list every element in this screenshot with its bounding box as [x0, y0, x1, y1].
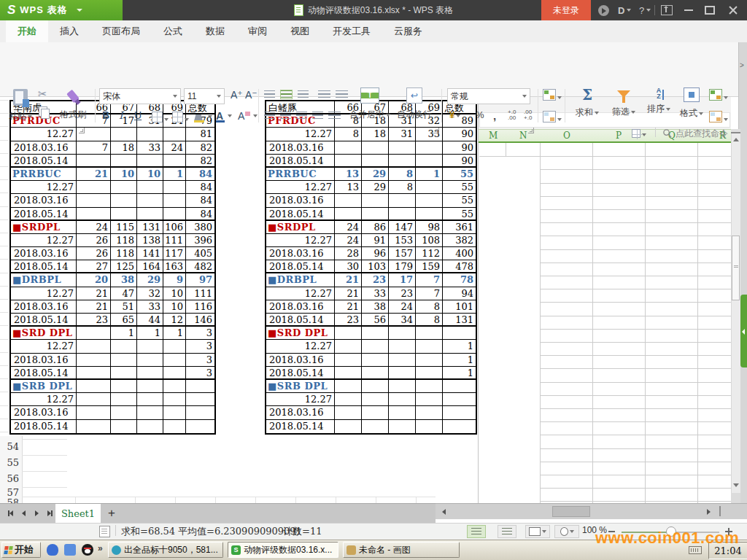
cell[interactable] [443, 380, 476, 393]
scroll-left-button[interactable] [438, 506, 449, 517]
cell[interactable]: 159 [416, 260, 443, 273]
cell[interactable] [163, 340, 186, 353]
row-label[interactable]: PRRBUC [11, 168, 77, 181]
cell[interactable]: 118 [111, 247, 137, 260]
taskbar-task-1[interactable]: 出全品标十9050，581... [108, 542, 223, 558]
scroll-right-button[interactable] [703, 506, 714, 517]
row-label[interactable]: 2018.05.14 [11, 155, 77, 168]
cell[interactable] [335, 354, 362, 367]
cell[interactable] [163, 380, 186, 393]
cell[interactable]: 103 [362, 260, 389, 273]
cell[interactable] [111, 155, 137, 168]
cell[interactable] [416, 181, 443, 194]
row-label[interactable]: ■SRD DPL [266, 327, 335, 340]
cell[interactable]: 21 [335, 273, 362, 287]
cell[interactable] [137, 340, 163, 353]
increase-indent-button[interactable] [336, 90, 348, 98]
cell[interactable] [111, 367, 137, 380]
cell[interactable]: 23 [362, 273, 389, 287]
cell[interactable]: 146 [186, 314, 214, 327]
cell[interactable]: 26 [77, 247, 111, 260]
cell[interactable] [77, 406, 111, 419]
reading-view-button[interactable] [525, 525, 550, 538]
cell[interactable]: 21 [335, 287, 362, 300]
ribbon-tab-开始[interactable]: 开始 [6, 20, 48, 42]
cell[interactable]: 78 [443, 273, 476, 287]
row-label[interactable]: PRRBUC [266, 168, 335, 181]
row-label[interactable]: 12.27 [11, 234, 77, 247]
fill-color-button[interactable] [194, 111, 203, 124]
cell[interactable]: 56 [362, 314, 389, 327]
cell[interactable] [186, 380, 214, 393]
ribbon-tab-开发工具[interactable]: 开发工具 [321, 20, 382, 42]
cell[interactable] [335, 393, 362, 406]
row-label[interactable]: 12.27 [11, 393, 77, 406]
cell[interactable]: 396 [186, 234, 214, 247]
cell[interactable]: 10 [137, 168, 163, 181]
cell[interactable]: 131 [443, 314, 476, 327]
row-label[interactable]: 12.27 [266, 340, 335, 353]
vertical-scrollbar[interactable] [731, 129, 740, 493]
row-label[interactable]: 2018.05.14 [266, 260, 335, 273]
cell[interactable] [362, 393, 389, 406]
cell[interactable]: 147 [389, 221, 416, 234]
cell[interactable]: 18 [111, 141, 137, 155]
cell[interactable]: 10 [111, 168, 137, 181]
cell[interactable] [443, 327, 476, 340]
docer-button[interactable]: D [618, 0, 631, 20]
cell[interactable]: 90 [443, 128, 476, 141]
cell[interactable]: 13 [335, 181, 362, 194]
vertical-scroll-thumb[interactable] [732, 236, 740, 300]
add-sheet-button[interactable]: + [108, 504, 115, 523]
cell[interactable]: 482 [186, 260, 214, 273]
cell[interactable] [389, 420, 416, 433]
row-label[interactable]: 2018.05.14 [266, 420, 335, 433]
cell[interactable] [111, 420, 137, 433]
increase-font-button[interactable]: A⁺ [231, 89, 243, 101]
row-label[interactable]: ■SRDPL [11, 221, 77, 234]
cell[interactable] [111, 208, 137, 221]
increase-decimal-button[interactable]: +.0.00 [508, 109, 516, 121]
format-button[interactable]: 格式 [676, 88, 708, 120]
cell[interactable] [163, 208, 186, 221]
app-menu-button[interactable]: S WPS 表格 [0, 0, 123, 20]
cell[interactable]: 101 [443, 300, 476, 314]
row-label[interactable]: 12.27 [11, 287, 77, 300]
borders-button[interactable] [152, 112, 169, 125]
quicklaunch-browser-icon[interactable] [64, 544, 76, 556]
quicklaunch-qq-icon[interactable] [82, 544, 93, 556]
font-color-button[interactable]: A [216, 109, 223, 122]
cell[interactable] [335, 406, 362, 419]
cell[interactable]: 82 [186, 141, 214, 155]
cell[interactable]: 361 [443, 221, 476, 234]
cell[interactable] [335, 141, 362, 155]
cell[interactable] [416, 141, 443, 155]
cell[interactable] [77, 155, 111, 168]
decrease-decimal-button[interactable]: .00+.0 [524, 109, 532, 121]
row-label[interactable]: 2018.03.16 [11, 300, 77, 314]
row-label[interactable]: ■SRDPL [266, 221, 335, 234]
cell[interactable]: 23 [77, 314, 111, 327]
row-label[interactable]: 2018.03.16 [266, 247, 335, 260]
cell[interactable]: 3 [186, 354, 214, 367]
cell[interactable]: 405 [186, 247, 214, 260]
cell[interactable]: 96 [362, 247, 389, 260]
cell[interactable] [137, 155, 163, 168]
row-label[interactable]: 2018.03.16 [11, 354, 77, 367]
cell[interactable] [137, 367, 163, 380]
cell[interactable] [137, 128, 163, 141]
cell[interactable]: 7 [416, 273, 443, 287]
cell[interactable] [416, 393, 443, 406]
cell[interactable] [416, 155, 443, 168]
cell[interactable] [389, 367, 416, 380]
number-format-select[interactable]: 常规 [447, 88, 530, 104]
cell[interactable] [389, 327, 416, 340]
cell[interactable] [163, 155, 186, 168]
cell[interactable] [362, 367, 389, 380]
cell[interactable]: 382 [443, 234, 476, 247]
taskbar-task-3[interactable]: 未命名 - 画图 [343, 542, 460, 558]
cell[interactable] [111, 340, 137, 353]
cell[interactable] [335, 194, 362, 207]
row-label[interactable]: 2018.03.16 [11, 247, 77, 260]
cell[interactable] [416, 340, 443, 353]
